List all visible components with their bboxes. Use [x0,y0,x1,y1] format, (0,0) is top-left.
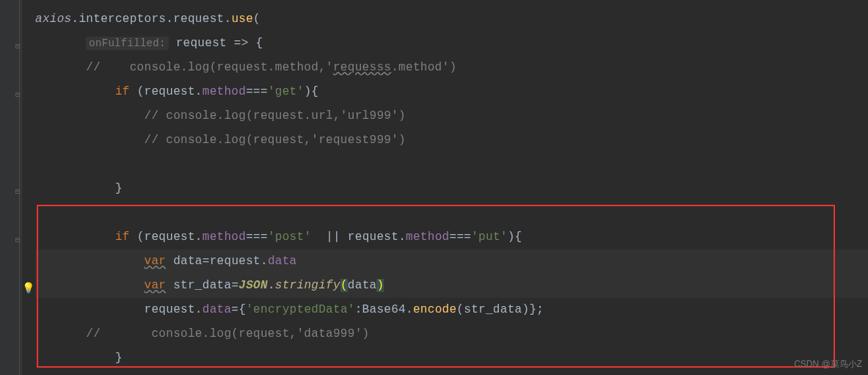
fold-icon[interactable]: ⊟ [13,91,22,100]
code-line[interactable]: // console.log(request,'data999') [35,322,868,346]
comment: // console.log(request,'request999') [145,134,406,147]
fold-icon[interactable]: ⊟ [13,188,22,197]
code-line[interactable]: var data=request.data [35,250,868,274]
code-line-current[interactable]: var str_data=JSON.stringify(data) [35,274,868,298]
property: data [268,255,297,268]
fold-icon[interactable]: ⊟ [13,43,22,51]
string: 'put' [471,230,508,244]
fold-icon[interactable]: ⊟ [13,236,22,245]
method: encode [413,303,456,316]
comment: // console.log(request.method,' [86,61,333,74]
keyword-var: var [145,279,167,292]
class-json: JSON [238,279,268,292]
keyword-if: if [115,230,137,244]
code-line[interactable]: } [35,346,868,371]
class: Base64 [362,303,406,316]
code-line[interactable]: if (request.method==='post' || request.m… [35,225,868,250]
comment: .method') [391,61,456,74]
param: request [176,37,227,50]
code-line[interactable]: // console.log(request,'request999') [35,128,868,153]
code-line[interactable]: onFulfilled: request => { [35,32,868,56]
brace: } [115,352,123,365]
comment: // console.log(request,'data999') [86,327,369,341]
paren-match: ) [376,279,384,292]
keyword-var: var [145,255,167,268]
watermark: CSDN @菜鸟小Z [794,358,862,371]
code-content[interactable]: axios.interceptors.request.use( onFulfil… [22,0,868,375]
property: method [406,230,449,244]
brace: } [115,182,123,195]
method: stringify [275,279,340,292]
typo-underline: requesss [333,61,391,74]
identifier: axios [35,12,72,26]
identifier: interceptors [79,12,166,26]
param-hint: onFulfilled: [86,37,168,50]
code-line[interactable] [35,153,868,177]
variable: data [173,255,203,268]
code-line[interactable]: } [35,177,868,201]
arrow: => { [227,37,263,50]
string: 'get' [268,85,304,98]
punct: . [166,12,173,26]
property: data [203,303,232,316]
variable: str_data [173,279,231,292]
code-line[interactable]: if (request.method==='get'){ [35,80,868,104]
paren-match: ( [340,279,348,292]
code-editor[interactable]: ⊟ ⊟ ⊟ ⊟ 💡 axios.interceptors.request.use… [0,0,868,375]
property: method [203,85,246,98]
punct: . [224,12,231,26]
comment: // console.log(request.url,'url999') [145,109,406,123]
code-line[interactable]: // console.log(request.method,'requesss.… [35,56,868,80]
code-line[interactable]: axios.interceptors.request.use( [35,7,868,32]
method: use [231,12,253,26]
property: method [203,230,246,244]
code-line[interactable]: request.data={'encryptedData':Base64.enc… [35,298,868,322]
punct: . [72,12,79,26]
code-line[interactable]: // console.log(request.url,'url999') [35,104,868,128]
string: 'encryptedData' [246,303,355,316]
punct: ( [253,12,260,26]
gutter: ⊟ ⊟ ⊟ ⊟ 💡 [0,0,22,375]
string: 'post' [268,230,311,244]
identifier: request [173,12,224,26]
keyword-if: if [115,85,137,98]
code-line[interactable] [35,201,868,225]
